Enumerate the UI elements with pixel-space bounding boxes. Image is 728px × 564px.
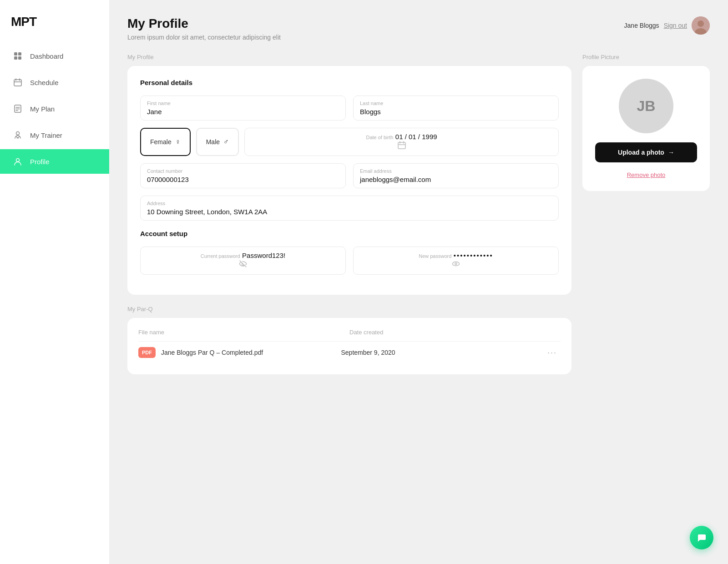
account-setup-title: Account setup	[140, 230, 559, 237]
person-icon	[13, 156, 23, 166]
sign-out-link[interactable]: Sign out	[664, 22, 687, 29]
sidebar-item-schedule[interactable]: Schedule	[0, 70, 109, 95]
address-field[interactable]: Address 10 Downing Street, London, SW1A …	[140, 196, 559, 221]
app-logo: MPT	[0, 0, 109, 44]
main-content: My Profile Lorem ipsum dolor sit amet, c…	[109, 0, 728, 564]
parq-table-header: File name Date created	[138, 329, 561, 341]
avatar-initials: JB	[619, 79, 673, 133]
svg-rect-1	[18, 52, 21, 55]
dob-field[interactable]: Date of birth 01 / 01 / 1999	[244, 128, 559, 156]
gender-male-button[interactable]: Male ♂	[196, 128, 239, 156]
avatar	[692, 16, 710, 35]
page-header: My Profile Lorem ipsum dolor sit amet, c…	[127, 16, 710, 41]
password-row: Current password Password123!	[140, 247, 559, 275]
profile-picture-section-label: Profile Picture	[582, 54, 710, 60]
female-icon: ♀	[175, 138, 181, 146]
last-name-field[interactable]: Last name Bloggs	[353, 96, 559, 121]
first-name-field[interactable]: First name Jane	[140, 96, 346, 121]
date-created-col-header: Date created	[349, 329, 561, 336]
file-name-col-header: File name	[138, 329, 349, 336]
gender-row: Female ♀ Male ♂ Date of birth 01 / 01 / …	[140, 128, 559, 156]
svg-point-22	[455, 263, 457, 265]
file-name-cell: PDF Jane Bloggs Par Q – Completed.pdf	[138, 347, 341, 358]
sidebar: MPT Dashboard Sc	[0, 0, 109, 564]
new-password-field[interactable]: New password ••••••••••••	[353, 247, 559, 275]
male-icon: ♂	[223, 138, 229, 146]
remove-photo-link[interactable]: Remove photo	[627, 171, 666, 178]
svg-rect-0	[14, 52, 17, 55]
svg-rect-3	[18, 56, 21, 60]
more-options-button[interactable]: ···	[544, 348, 561, 358]
user-name: Jane Bloggs	[624, 22, 659, 29]
plan-icon	[13, 104, 23, 114]
eye-icon[interactable]	[452, 260, 460, 270]
sidebar-item-label: Schedule	[30, 79, 59, 86]
contact-row: Contact number 07000000123 Email address…	[140, 163, 559, 188]
parq-card: File name Date created PDF Jane Bloggs P…	[127, 318, 571, 374]
email-field[interactable]: Email address janebloggs@email.com	[353, 163, 559, 188]
svg-rect-2	[14, 56, 17, 60]
page-subtitle: Lorem ipsum dolor sit amet, consectetur …	[127, 34, 281, 41]
contact-field[interactable]: Contact number 07000000123	[140, 163, 346, 188]
file-name-text: Jane Bloggs Par Q – Completed.pdf	[161, 349, 263, 356]
profile-picture-card: JB Upload a photo → Remove photo	[582, 66, 710, 191]
personal-details-title: Personal details	[140, 79, 559, 86]
upload-photo-button[interactable]: Upload a photo →	[595, 142, 697, 162]
parq-section-label: My Par-Q	[127, 306, 571, 312]
sidebar-item-dashboard[interactable]: Dashboard	[0, 44, 109, 68]
arrow-right-icon: →	[668, 149, 674, 156]
sidebar-item-profile[interactable]: Profile	[0, 149, 109, 174]
svg-point-13	[16, 159, 20, 162]
svg-rect-17	[398, 142, 405, 149]
sidebar-item-mytrainer[interactable]: My Trainer	[0, 123, 109, 147]
sidebar-item-label: Dashboard	[30, 52, 63, 60]
name-row: First name Jane Last name Bloggs	[140, 96, 559, 121]
right-column: Profile Picture JB Upload a photo → Remo…	[582, 54, 710, 191]
my-profile-section-label: My Profile	[127, 54, 571, 60]
calendar-icon	[13, 77, 23, 87]
sidebar-item-label: My Plan	[30, 105, 55, 113]
chat-fab-button[interactable]	[690, 526, 713, 549]
svg-point-15	[698, 20, 704, 27]
trainer-icon	[13, 130, 23, 140]
svg-point-21	[453, 262, 460, 266]
svg-rect-4	[14, 80, 21, 86]
left-column: My Profile Personal details First name J…	[127, 54, 571, 374]
content-grid: My Profile Personal details First name J…	[127, 54, 710, 374]
pdf-badge: PDF	[138, 347, 156, 358]
parq-table-row: PDF Jane Bloggs Par Q – Completed.pdf Se…	[138, 341, 561, 363]
user-area: Jane Bloggs Sign out	[624, 16, 710, 35]
svg-point-12	[16, 132, 20, 135]
sidebar-item-label: My Trainer	[30, 131, 62, 139]
grid-icon	[13, 51, 23, 61]
personal-details-card: Personal details First name Jane Last na…	[127, 66, 571, 295]
page-title: My Profile	[127, 16, 281, 31]
calendar-icon	[398, 141, 406, 151]
sidebar-nav: Dashboard Schedule	[0, 44, 109, 174]
sidebar-item-myplan[interactable]: My Plan	[0, 96, 109, 121]
current-password-field[interactable]: Current password Password123!	[140, 247, 346, 275]
sidebar-item-label: Profile	[30, 158, 50, 166]
gender-female-button[interactable]: Female ♀	[140, 128, 191, 156]
date-created-text: September 9, 2020	[341, 349, 544, 356]
eye-slash-icon[interactable]	[239, 260, 247, 270]
